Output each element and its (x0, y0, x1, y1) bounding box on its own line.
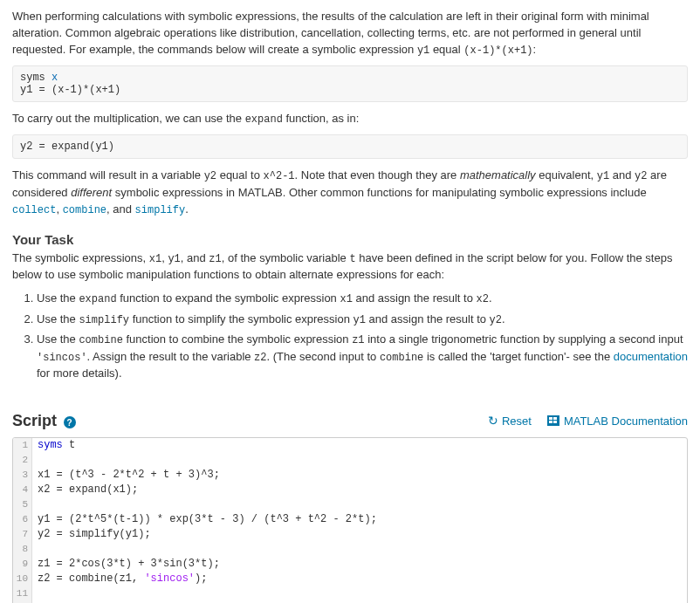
s3-a: Use the (37, 332, 79, 346)
p3-it2: different (71, 186, 112, 199)
cb1-syms: syms (20, 72, 51, 84)
help-icon[interactable]: ? (64, 416, 76, 428)
link-documentation[interactable]: documentation (614, 350, 688, 363)
s3-d: . Assign the result to the variable (87, 350, 255, 363)
editor-line[interactable]: 5 (13, 497, 687, 512)
line-number: 10 (13, 572, 32, 586)
s2-c: and assign the result to (366, 312, 490, 325)
doc-label: MATLAB Documentation (564, 415, 688, 428)
s3-g: for more details). (37, 367, 122, 380)
code-block-2: y2 = expand(y1) (12, 134, 688, 159)
intro-paragraph-3: This command will result in a variable y… (12, 168, 688, 218)
s3-f: is called the 'target function'- see the (423, 350, 613, 363)
reset-button[interactable]: ↻ Reset (488, 415, 532, 428)
editor-line[interactable]: 8 (13, 542, 687, 557)
intro-p2-a: To carry out the multiplication, we can … (12, 112, 245, 125)
task-step-3: Use the combine function to combine the … (37, 332, 688, 382)
cb1-line2: y1 = (x-1)*(x+1) (20, 84, 120, 96)
editor-line-code[interactable]: x1 = (t^3 - 2*t^2 + t + 3)^3; (32, 468, 687, 483)
s2-d: . (502, 312, 505, 325)
s1-c3: x2 (477, 293, 489, 305)
s1-a: Use the (37, 291, 79, 305)
tp-s2: , and (181, 251, 209, 264)
p3-j: . (185, 202, 189, 216)
editor-line[interactable]: 10z2 = combine(z1, 'sincos'); (13, 572, 687, 586)
p3-a: This command will result in a variable (12, 168, 204, 182)
p3-d: equivalent, (536, 168, 597, 182)
script-header-right: ↻ Reset MATLAB Documentation (488, 415, 688, 428)
line-number: 8 (13, 542, 32, 557)
line-number: 1 (13, 438, 32, 453)
script-header: Script ? ↻ Reset MATLAB Documentation (12, 412, 688, 430)
line-number: 4 (13, 483, 32, 497)
editor-line-code[interactable]: x2 = expand(x1); (32, 483, 687, 497)
line-number: 5 (13, 497, 32, 512)
code-block-1: syms x y1 = (x-1)*(x+1) (12, 65, 688, 102)
line-number: 6 (13, 512, 32, 527)
tp-c1: x1 (149, 253, 161, 265)
matlab-doc-link[interactable]: MATLAB Documentation (547, 415, 688, 428)
s3-c4: combine (380, 352, 423, 364)
editor-line-code[interactable]: z1 = 2*cos(3*t) + 3*sin(3*t); (32, 557, 687, 572)
editor-line[interactable]: 9z1 = 2*cos(3*t) + 3*sin(3*t); (13, 557, 687, 572)
editor-line[interactable]: 3x1 = (t^3 - 2*t^2 + t + 3)^3; (13, 468, 687, 483)
s2-c3: y2 (490, 314, 502, 326)
p3-e: and (609, 168, 635, 182)
intro-p1-tail: : (533, 43, 537, 56)
intro-p2-b: function, as in: (283, 112, 359, 125)
intro-p1-mid: equal (429, 43, 463, 56)
tp-c3: z1 (209, 253, 221, 265)
intro-paragraph-2: To carry out the multiplication, we can … (12, 111, 688, 127)
p3-i: , and (106, 202, 135, 216)
editor-line-code[interactable] (32, 542, 687, 557)
intro-p1-code-y1: y1 (417, 45, 429, 57)
editor-line[interactable]: 7y2 = simplify(y1); (13, 527, 687, 542)
editor-line[interactable]: 6y1 = (2*t^5*(t-1)) * exp(3*t - 3) / (t^… (13, 512, 687, 527)
line-number: 9 (13, 557, 32, 572)
editor-line-code[interactable]: y2 = simplify(y1); (32, 527, 687, 542)
s1-d: . (489, 291, 492, 305)
p3-c2: x^2-1 (264, 170, 295, 182)
s3-e: . (The second input to (267, 350, 380, 363)
line-number: 3 (13, 468, 32, 483)
task-step-2: Use the simplify function to simplify th… (37, 312, 688, 328)
reset-label: Reset (502, 415, 532, 428)
s2-c1: simplify (79, 314, 129, 326)
editor-line-code[interactable]: syms t (32, 438, 687, 453)
line-number: 11 (13, 586, 32, 601)
editor-line[interactable]: 2 (13, 453, 687, 468)
editor-line[interactable]: 11 (13, 586, 687, 601)
code-editor[interactable]: 1syms t2 3x1 = (t^3 - 2*t^2 + t + 3)^3;4… (12, 437, 688, 603)
p3-c1: y2 (204, 170, 216, 182)
s1-c2: x1 (340, 293, 352, 305)
editor-line-code[interactable]: y1 = (2*t^5*(t-1)) * exp(3*t - 3) / (t^3… (32, 512, 687, 527)
editor-line-code[interactable] (32, 453, 687, 468)
tp-a: The symbolic expressions, (12, 251, 149, 264)
p3-g: symbolic expressions in MATLAB. Other co… (112, 186, 646, 199)
task-steps: Use the expand function to expand the sy… (37, 291, 688, 381)
p3-c3: y1 (597, 170, 609, 182)
editor-line-code[interactable] (32, 586, 687, 601)
s2-c2: y1 (353, 314, 366, 326)
script-title: Script (12, 412, 57, 429)
p3-b: equal to (216, 168, 264, 182)
tp-b: , of the symbolic variable (222, 251, 350, 264)
line-number: 2 (13, 453, 32, 468)
editor-line[interactable]: 1syms t (13, 438, 687, 453)
link-simplify[interactable]: simplify (135, 204, 186, 216)
editor-line[interactable]: 4x2 = expand(x1); (13, 483, 687, 497)
p3-it1: mathematically (460, 168, 536, 182)
p3-c: . Note that even though they are (295, 168, 460, 182)
editor-line-code[interactable] (32, 497, 687, 512)
intro-p2-code: expand (245, 113, 283, 126)
reset-icon: ↻ (488, 415, 498, 427)
editor-line-code[interactable]: z2 = combine(z1, 'sincos'); (32, 572, 687, 586)
link-collect[interactable]: collect (12, 204, 56, 216)
intro-p1-text: When performing calculations with symbol… (12, 10, 649, 56)
script-title-wrap: Script ? (12, 412, 76, 430)
s2-a: Use the (37, 312, 79, 325)
s3-c3: z2 (254, 352, 266, 364)
line-number: 7 (13, 527, 32, 542)
link-combine[interactable]: combine (63, 204, 106, 216)
s3-b: function to combine the symbolic express… (123, 332, 352, 346)
